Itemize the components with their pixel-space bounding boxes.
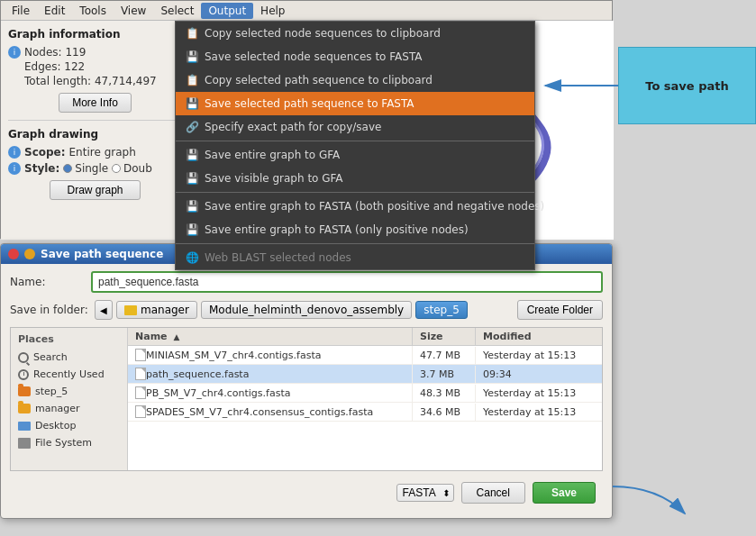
manager-folder-icon <box>124 305 137 315</box>
places-item-manager[interactable]: manager <box>11 400 127 417</box>
manager-folder-icon-places <box>18 404 31 413</box>
menu-file[interactable]: File <box>5 3 37 19</box>
menu-copy-node-clipboard[interactable]: 📋 Copy selected node sequences to clipbo… <box>176 22 534 45</box>
file-row-1[interactable]: MINIASM_SM_V7_chr4.contigs.fasta 47.7 MB… <box>128 346 602 365</box>
menu-copy-path-clipboard[interactable]: 📋 Copy selected path sequence to clipboa… <box>176 68 534 92</box>
total-label: Total length: <box>24 75 91 87</box>
files-header: Name ▲ Size Modified <box>128 328 602 346</box>
graph-info-title: Graph information <box>8 28 182 41</box>
copy-icon-2: 📋 <box>185 73 199 87</box>
col-size-header[interactable]: Size <box>413 328 476 345</box>
menu-save-visible-gfa[interactable]: 💾 Save visible graph to GFA <box>176 167 534 190</box>
app-panel: File Edit Tools View Select Output Help … <box>0 0 613 239</box>
places-recently-used-label: Recently Used <box>33 368 105 380</box>
copy-icon: 📋 <box>185 26 199 41</box>
menu-select[interactable]: Select <box>153 3 201 19</box>
annotation-box: To save path <box>618 47 756 124</box>
dialog-footer: FASTA Cancel Save <box>10 478 603 511</box>
save-icon-3: 💾 <box>185 148 199 162</box>
menu-save-node-fasta[interactable]: 💾 Save selected node sequences to FASTA <box>176 45 534 68</box>
col-name-header[interactable]: Name ▲ <box>128 328 413 345</box>
scope-value: Entire graph <box>69 146 136 159</box>
file-name-2: path_sequence.fasta <box>128 365 413 383</box>
breadcrumb-manager[interactable]: manager <box>116 301 197 319</box>
places-filesystem-label: File System <box>35 437 92 449</box>
file-name-4: SPADES_SM_V7_chr4.consensus_contigs.fast… <box>128 403 413 421</box>
format-wrapper: FASTA <box>396 484 454 502</box>
menu-tools[interactable]: Tools <box>72 3 114 19</box>
create-folder-button[interactable]: Create Folder <box>517 300 603 320</box>
folder-row: Save in folder: ◀ manager Module_helmint… <box>10 300 603 320</box>
format-select[interactable]: FASTA <box>396 484 454 502</box>
places-item-search[interactable]: Search <box>11 349 127 366</box>
menu-edit[interactable]: Edit <box>37 3 72 19</box>
places-item-desktop[interactable]: Desktop <box>11 417 127 434</box>
save-icon-2: 💾 <box>185 96 199 111</box>
places-step5-label: step_5 <box>35 386 68 397</box>
col-modified-header[interactable]: Modified <box>476 328 602 345</box>
radio-single[interactable] <box>63 164 72 173</box>
breadcrumb-step5-label: step_5 <box>424 304 460 316</box>
nav-back-button[interactable]: ◀ <box>95 300 113 320</box>
menu-save-entire-fasta-pos[interactable]: 💾 Save entire graph to FASTA (only posit… <box>176 218 534 241</box>
save-icon-1: 💾 <box>185 50 199 64</box>
edges-value: 122 <box>64 60 85 73</box>
save-button[interactable]: Save <box>533 482 596 504</box>
search-icon <box>18 352 29 363</box>
menu-web-blast: 🌐 Web BLAST selected nodes <box>176 246 534 269</box>
menu-save-path-fasta[interactable]: 💾 Save selected path sequence to FASTA <box>176 92 534 115</box>
min-dot[interactable] <box>24 249 35 259</box>
filename-input[interactable] <box>91 271 603 293</box>
breadcrumb-step5[interactable]: step_5 <box>415 301 468 319</box>
breadcrumb-module-label: Module_helminth_denovo_assembly <box>209 304 404 316</box>
total-row: Total length: 47,714,497 <box>8 75 182 87</box>
file-row-2[interactable]: path_sequence.fasta 3.7 MB 09:34 <box>128 365 602 384</box>
sort-arrow: ▲ <box>173 332 179 341</box>
draw-graph-button[interactable]: Draw graph <box>50 180 140 200</box>
breadcrumb-module[interactable]: Module_helminth_denovo_assembly <box>201 301 412 319</box>
dialog-body: Name: Save in folder: ◀ manager Module_h… <box>1 264 612 518</box>
places-search-label: Search <box>33 351 68 363</box>
file-row-3[interactable]: PB_SM_V7_chr4.contigs.fasta 48.3 MB Yest… <box>128 384 602 403</box>
file-doc-icon-2 <box>135 368 146 380</box>
desktop-icon <box>18 422 31 431</box>
style-label: Style: <box>24 162 59 175</box>
menu-help[interactable]: Help <box>253 3 292 19</box>
radio-double[interactable] <box>112 164 121 173</box>
scope-info-icon: i <box>8 146 21 159</box>
save-icon-6: 💾 <box>185 223 199 237</box>
save-dialog: Save path sequence Name: Save in folder:… <box>0 243 613 519</box>
file-mod-2: 09:34 <box>476 366 602 383</box>
places-manager-label: manager <box>35 403 79 414</box>
places-item-filesystem[interactable]: File System <box>11 434 127 451</box>
breadcrumb-manager-label: manager <box>141 304 189 316</box>
menu-view[interactable]: View <box>114 3 153 19</box>
nodes-value: 119 <box>65 46 86 59</box>
nodes-row: i Nodes: 119 <box>8 46 182 59</box>
path-icon: 🔗 <box>185 120 199 134</box>
file-size-4: 34.6 MB <box>413 404 476 421</box>
menu-specify-path[interactable]: 🔗 Specify exact path for copy/save <box>176 115 534 139</box>
file-row-4[interactable]: SPADES_SM_V7_chr4.consensus_contigs.fast… <box>128 403 602 422</box>
dropdown-menu: 📋 Copy selected node sequences to clipbo… <box>175 21 535 270</box>
style-double-label: Doub <box>123 162 152 175</box>
file-size-1: 47.7 MB <box>413 347 476 364</box>
style-single-label: Single <box>75 162 108 175</box>
name-row: Name: <box>10 271 603 293</box>
places-title: Places <box>11 332 127 349</box>
places-desktop-label: Desktop <box>35 420 76 432</box>
file-size-2: 3.7 MB <box>413 366 476 383</box>
close-dot[interactable] <box>8 249 19 259</box>
annotation-text: To save path <box>645 79 728 93</box>
cancel-button[interactable]: Cancel <box>461 482 525 504</box>
places-item-step5[interactable]: step_5 <box>11 383 127 400</box>
more-info-button[interactable]: More Info <box>59 93 132 113</box>
sidebar: Graph information i Nodes: 119 Edges: 12… <box>1 21 190 240</box>
file-mod-3: Yesterday at 15:13 <box>476 385 602 402</box>
places-item-recently-used[interactable]: Recently Used <box>11 366 127 383</box>
browser-area: Places Search Recently Used step_5 <box>10 327 603 471</box>
save-icon-4: 💾 <box>185 171 199 186</box>
menu-output[interactable]: Output <box>201 3 253 19</box>
menu-save-entire-gfa[interactable]: 💾 Save entire graph to GFA <box>176 143 534 167</box>
menu-save-entire-fasta-both[interactable]: 💾 Save entire graph to FASTA (both posit… <box>176 195 534 218</box>
